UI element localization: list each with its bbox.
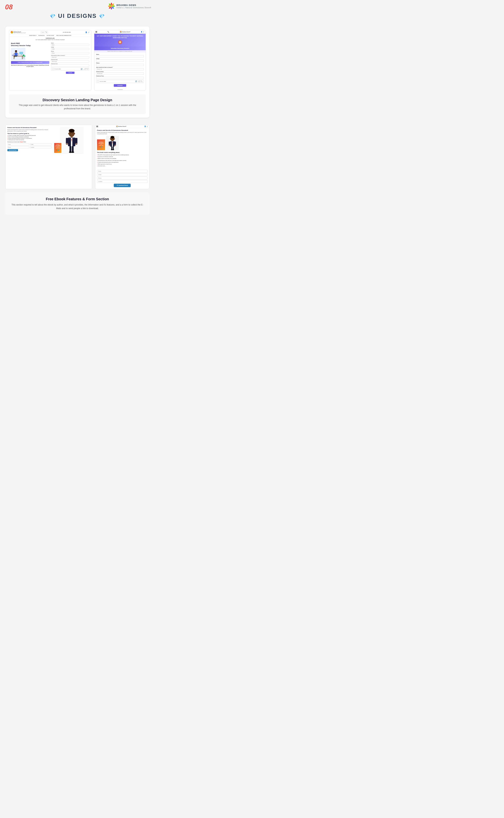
- svg-point-64: [117, 125, 117, 126]
- ebook-mobile-download-button[interactable]: ⬇ Download Ebook: [114, 184, 131, 187]
- ebook-form-row-2: [7, 146, 51, 148]
- mobile-recaptcha[interactable]: I'm not a robot 🔄 reCAPTCHAPrivacy - Ter…: [96, 80, 144, 83]
- form-group-name: Name: [51, 42, 89, 46]
- mobile-bottom-indicator: [117, 89, 123, 90]
- mobile-form-phone: Phone: [96, 62, 144, 66]
- recaptcha-checkbox[interactable]: [52, 68, 54, 70]
- search-placeholder: Search: [41, 32, 44, 33]
- list-item: And much more....: [97, 165, 147, 167]
- submit-button[interactable]: Submit: [66, 72, 75, 74]
- discovery-desc-text: This page was used to get inbound client…: [14, 104, 140, 110]
- brand-name: BRAHMA GEMS: [116, 4, 151, 6]
- discovery-desc-card: Discovery Session Landing Page Design Th…: [9, 94, 146, 114]
- list-item: Factors that decide PRICE & QUALITY of G…: [7, 138, 51, 139]
- mobile-input-email[interactable]: [96, 59, 144, 62]
- ebook-mobile-content: Powers and Secrets Of Gemstones Revealed…: [95, 128, 149, 170]
- book-title: Book FREE Discovery Session Today.: [11, 42, 49, 47]
- ebook-mobile-input-location[interactable]: [97, 180, 147, 183]
- svg-point-89: [111, 136, 114, 138]
- mobile-recaptcha-checkbox[interactable]: [97, 80, 99, 82]
- ebook-mobile-input-phone[interactable]: [97, 177, 147, 179]
- mobile-schedule-button[interactable]: Schedule: [114, 84, 126, 87]
- recaptcha-label: I'm not a robot: [55, 68, 61, 69]
- svg-rect-49: [66, 138, 68, 144]
- recaptcha[interactable]: I'm not a robot 🔄 reCAPTCHAPrivacy - Ter…: [51, 67, 89, 71]
- svg-point-86: [114, 145, 116, 146]
- phone-icon-mobile[interactable]: 📞: [108, 31, 109, 33]
- ebook-desc-text: This section required to tell about the …: [11, 203, 144, 210]
- svg-rect-50: [75, 138, 77, 144]
- user-icon-mobile[interactable]: 👤: [141, 31, 142, 33]
- ebook-user-icon[interactable]: 👤: [144, 126, 146, 127]
- purple-banner: A life-changing decision needs a life-ch…: [11, 61, 49, 64]
- input-name[interactable]: [51, 44, 89, 46]
- author-illustration: [60, 127, 84, 154]
- ebook-mobile-form: ⬇ Download Ebook: [95, 170, 149, 189]
- ebook-mobile-nav-icons: 👤 🛒: [144, 126, 148, 127]
- ebook-mobile-input-email[interactable]: [97, 173, 147, 176]
- desktop-search[interactable]: Search 🔍: [41, 31, 48, 33]
- mobile-hero: LET OUR GEM EXPERT ASSIST YOU TO CHOOSE …: [94, 34, 146, 46]
- ebook-mobile-input-name[interactable]: [97, 170, 147, 173]
- list-item: 5 factors that decide the price of any g…: [97, 161, 147, 163]
- brand-logo: BRAHMA GEMS India's 1 Natural Gemstones …: [107, 2, 151, 10]
- user-icon[interactable]: 👤: [85, 32, 87, 33]
- hamburger-icon[interactable]: [95, 31, 97, 33]
- ebook-input-name[interactable]: [7, 143, 29, 145]
- mobile-input-date[interactable]: [96, 72, 144, 75]
- input-time[interactable]: [51, 64, 89, 67]
- ebook-mobile-nav: Brahma Gems® 👤 🛒: [95, 125, 149, 128]
- mobile-form-email: E-Mail: [96, 58, 144, 62]
- mobile-label-date: Preferred Date: [96, 71, 144, 72]
- ebook-mobile-mockup: Brahma Gems® 👤 🛒 Powers and Secrets Of G…: [95, 125, 149, 189]
- list-item: Importance of Authentic Certificate: [97, 156, 147, 158]
- input-email[interactable]: [51, 48, 89, 50]
- input-connect[interactable]: [51, 56, 89, 58]
- person-illustration: [11, 48, 25, 60]
- mobile-schedule-title: Schedule Discovery Session: [94, 46, 146, 50]
- svg-rect-16: [15, 53, 17, 55]
- svg-rect-83: [109, 141, 110, 145]
- svg-point-62: [58, 150, 59, 151]
- ebook-input-email[interactable]: [30, 143, 52, 145]
- cart-icon[interactable]: 🛒: [88, 32, 90, 33]
- nav-buying-guide[interactable]: BUYING GUIDE: [47, 35, 54, 36]
- discovery-screens-container: Brahma Gems® India's 1 Natural Gemstones…: [9, 30, 146, 91]
- nav-gemstones[interactable]: GEMSTONES ▾: [29, 35, 36, 36]
- svg-point-72: [101, 146, 102, 147]
- label-phone: Phone: [51, 51, 89, 52]
- ebook-right-panel: DiscoverTHE POWERSAND SECRETSOFGEMSTONES: [53, 127, 90, 154]
- mobile-schedule-sub: Book a time slot for our experts to conn…: [94, 50, 146, 52]
- ebook-desc-title: Free Ebook Features & Form Section: [11, 197, 144, 201]
- ebook-screens-container: Powers and Secrets Of Gemstones Revealed…: [5, 125, 149, 189]
- desktop-form-area: Book FREE Discovery Session Today.: [9, 41, 91, 75]
- svg-rect-41: [72, 146, 74, 152]
- ebook-hamburger-icon[interactable]: [96, 126, 98, 127]
- mobile-input-phone[interactable]: [96, 64, 144, 66]
- mobile-input-name[interactable]: [96, 55, 144, 57]
- ebook-desc-card: Free Ebook Features & Form Section This …: [5, 193, 149, 215]
- list-item: How to Check Authentic Gemstone Certific…: [7, 136, 51, 138]
- search-icon[interactable]: 🔍: [45, 32, 47, 33]
- ebook-input-phone[interactable]: [7, 146, 29, 148]
- list-item: Things to consider before buying the mos…: [7, 135, 51, 136]
- ebook-input-location[interactable]: [30, 146, 52, 148]
- list-item: Which gemstone is best for you: [97, 163, 147, 165]
- svg-point-92: [110, 138, 111, 139]
- download-arrow-icon: ⬇: [117, 185, 118, 186]
- cart-icon-mobile[interactable]: 🛒: [143, 31, 145, 33]
- recaptcha-brand: reCAPTCHAPrivacy - Terms: [84, 68, 88, 70]
- nav-gem-recommendation[interactable]: FREE GEM RECOMMENDATION: [56, 35, 71, 36]
- form-group-date: Preferred Date: [51, 59, 89, 62]
- ebook-cart-icon[interactable]: 🛒: [147, 126, 148, 127]
- svg-point-5: [111, 7, 112, 10]
- ebook-download-button[interactable]: Download Now: [7, 149, 18, 151]
- input-phone[interactable]: [51, 52, 89, 54]
- input-date[interactable]: [51, 60, 89, 62]
- mobile-input-connect[interactable]: [96, 68, 144, 70]
- nav-rudraksha[interactable]: RUDRAKSHA: [39, 35, 45, 36]
- mobile-brand: Brahma Gems®: [120, 31, 130, 33]
- mobile-input-time[interactable]: [96, 77, 144, 79]
- svg-point-24: [15, 50, 17, 52]
- svg-point-90: [111, 138, 112, 139]
